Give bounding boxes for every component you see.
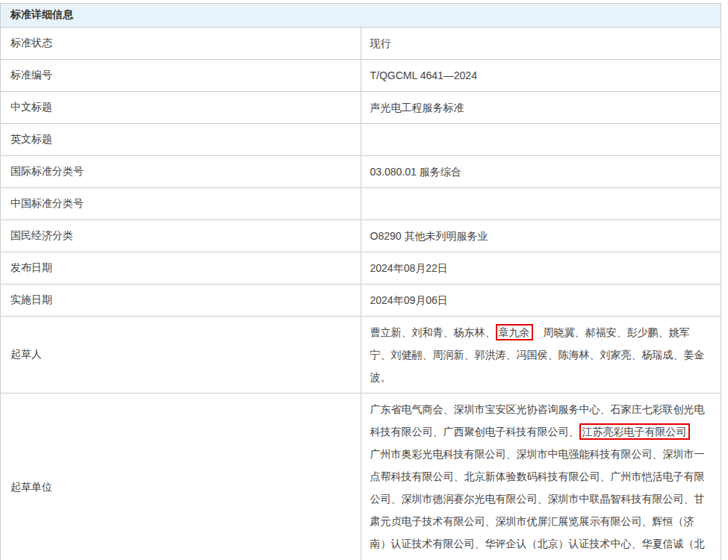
row-label: 国际标准分类号 [1,156,361,188]
page-title: 标准详细信息 [1,4,721,28]
row-value: T/QGCML 4641—2024 [361,60,721,92]
table-row: 标准状态现行 [1,28,721,60]
table-row: 国际标准分类号03.080.01 服务综合 [1,156,721,188]
row-value: 2024年09月06日 [361,284,721,317]
row-value [361,188,721,220]
value-text: 曹立新、刘和青、杨东林、 [370,326,496,338]
table-row: 起草单位广东省电气商会、深圳市宝安区光协咨询服务中心、石家庄七彩联创光电科技有限… [1,393,721,560]
table-row: 实施日期2024年09月06日 [1,284,721,317]
highlight-annotation: 章九余 [496,324,533,340]
table-row: 起草人曹立新、刘和青、杨东林、章九余 周晓冀、郝福安、彭少鹏、姚军宁、刘健翮、周… [1,317,721,393]
row-value [361,124,721,156]
table-row: 中文标题声光电工程服务标准 [1,92,721,124]
row-label: 发布日期 [1,252,361,284]
row-label: 国民经济分类 [1,220,361,252]
table-header: 标准详细信息 [1,4,721,28]
value-text: 广州市奥彩光电科技有限公司、深圳市中电强能科技有限公司、深圳市一点帮科技有限公司… [370,426,705,560]
row-label: 起草单位 [1,393,361,560]
row-value: 广东省电气商会、深圳市宝安区光协咨询服务中心、石家庄七彩联创光电科技有限公司、广… [361,393,721,560]
table-row: 发布日期2024年08月22日 [1,252,721,284]
table-header-row: 标准详细信息 [1,4,721,28]
row-value: O8290 其他未列明服务业 [361,220,721,252]
table-row: 标准编号T/QGCML 4641—2024 [1,60,721,92]
table-row: 英文标题 [1,124,721,156]
row-value: 2024年08月22日 [361,252,721,284]
highlight-annotation: 江苏亮彩电子有限公司 [579,423,690,440]
standard-detail-page: 标准详细信息 标准状态现行标准编号T/QGCML 4641—2024中文标题声光… [0,3,721,560]
standard-detail-table: 标准详细信息 标准状态现行标准编号T/QGCML 4641—2024中文标题声光… [0,3,721,560]
row-value: 03.080.01 服务综合 [361,156,721,188]
row-label: 英文标题 [1,124,361,156]
row-label: 标准状态 [1,28,361,60]
table-row: 中国标准分类号 [1,188,721,220]
table-body: 标准状态现行标准编号T/QGCML 4641—2024中文标题声光电工程服务标准… [1,28,721,560]
row-value: 声光电工程服务标准 [361,92,721,124]
row-value: 现行 [361,28,721,60]
row-label: 起草人 [1,317,361,393]
row-value: 曹立新、刘和青、杨东林、章九余 周晓冀、郝福安、彭少鹏、姚军宁、刘健翮、周润新、… [361,317,721,393]
row-label: 实施日期 [1,284,361,317]
table-row: 国民经济分类O8290 其他未列明服务业 [1,220,721,252]
row-label: 中文标题 [1,92,361,124]
row-label: 中国标准分类号 [1,188,361,220]
row-label: 标准编号 [1,60,361,92]
